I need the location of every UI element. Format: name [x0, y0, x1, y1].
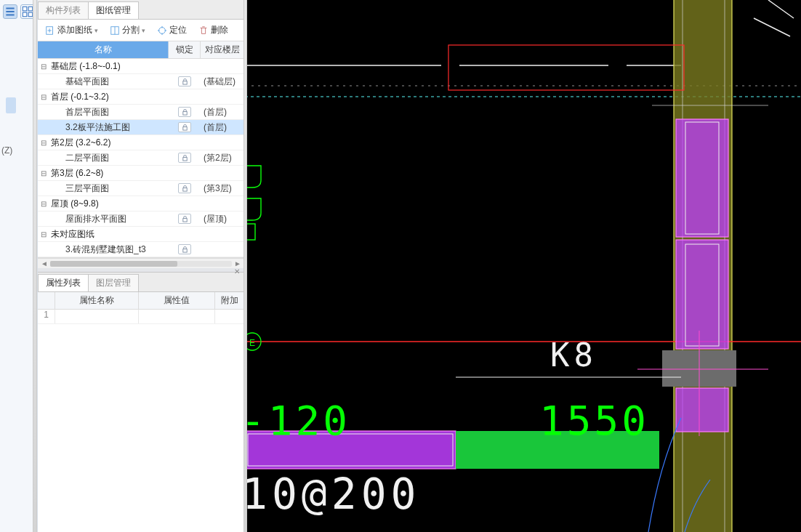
split-label: 分割: [122, 24, 140, 36]
tree-item-label: 3.2板平法施工图: [49, 121, 169, 134]
floor-cell: (第2层): [201, 152, 244, 164]
leftbar-marker: [6, 97, 16, 113]
tree-group[interactable]: ⊟未对应图纸: [38, 227, 244, 242]
tree-group[interactable]: ⊟第2层 (3.2~6.2): [38, 135, 244, 150]
expand-icon[interactable]: ⊟: [38, 139, 49, 147]
scroll-left-icon[interactable]: ◄: [41, 259, 48, 267]
cell-attr-name[interactable]: [55, 310, 139, 323]
dropdown-caret-icon: ▾: [142, 27, 145, 34]
expand-icon[interactable]: ⊟: [38, 230, 49, 238]
col-attr-name: 属性名称: [55, 292, 139, 309]
lock-cell[interactable]: [169, 107, 201, 117]
drawing-tree[interactable]: ⊟基础层 (-1.8~-0.1)基础平面图(基础层)⊟首层 (-0.1~3.2)…: [38, 59, 244, 258]
side-panel: 构件列表 图纸管理 添加图纸 ▾ 分割 ▾ 定位 删除: [38, 0, 245, 532]
lock-cell[interactable]: [169, 122, 201, 132]
tree-item-label: 3.砖混别墅建筑图_t3: [49, 243, 169, 256]
tree-item[interactable]: 3.2板平法施工图(首层): [38, 120, 244, 135]
tree-item[interactable]: 屋面排水平面图(屋顶): [38, 211, 244, 227]
svg-rect-0: [23, 7, 27, 11]
lock-cell[interactable]: [169, 244, 201, 254]
tree-item-label: 屋顶 (8~9.8): [49, 198, 169, 210]
svg-rect-10: [182, 157, 186, 161]
floor-cell: (基础层): [201, 76, 244, 88]
tree-item-label: 三层平面图: [49, 182, 169, 195]
tree-group[interactable]: ⊟第3层 (6.2~8): [38, 166, 244, 181]
lock-icon[interactable]: [178, 214, 191, 224]
tree-item-label: 第3层 (6.2~8): [49, 167, 169, 180]
svg-rect-8: [182, 111, 186, 115]
lock-cell[interactable]: [169, 214, 201, 224]
split-button[interactable]: 分割 ▾: [107, 23, 148, 38]
left-scroll-rail[interactable]: [33, 0, 37, 532]
cad-svg: E: [245, 0, 801, 532]
drawing-tabs: 构件列表 图纸管理: [38, 0, 244, 20]
tree-item-label: 二层平面图: [49, 152, 169, 164]
tab-drawings[interactable]: 图纸管理: [88, 1, 139, 19]
tree-item-label: 基础层 (-1.8~-0.1): [49, 60, 169, 73]
locate-button[interactable]: 定位: [154, 23, 190, 38]
svg-rect-7: [182, 81, 186, 84]
tree-item[interactable]: 二层平面图(第2层): [38, 150, 244, 166]
tree-item-label: 首层平面图: [49, 106, 169, 118]
lock-icon[interactable]: [178, 244, 191, 254]
cad-canvas[interactable]: E: [245, 0, 801, 532]
property-row[interactable]: 1: [38, 310, 244, 324]
delete-label: 删除: [211, 24, 228, 36]
tree-group[interactable]: ⊟屋顶 (8~9.8): [38, 196, 244, 211]
tab-components[interactable]: 构件列表: [38, 1, 89, 19]
lock-icon[interactable]: [178, 122, 191, 132]
svg-rect-2: [23, 12, 27, 17]
lock-cell[interactable]: [169, 183, 201, 193]
svg-rect-34: [676, 388, 728, 432]
tree-group[interactable]: ⊟基础层 (-1.8~-0.1): [38, 59, 244, 74]
tree-item[interactable]: 首层平面图(首层): [38, 105, 244, 120]
h-scrollbar[interactable]: ◄ ►: [38, 258, 244, 268]
svg-rect-3: [28, 12, 33, 17]
lock-cell[interactable]: [169, 76, 201, 86]
tab-layers[interactable]: 图层管理: [88, 274, 139, 291]
scroll-right-icon[interactable]: ►: [234, 259, 241, 267]
floor-cell: (屋顶): [201, 213, 244, 225]
expand-icon[interactable]: ⊟: [38, 93, 49, 101]
floor-cell: (首层): [201, 106, 244, 118]
col-attr-extra: 附加: [215, 292, 244, 309]
tab-attributes[interactable]: 属性列表: [38, 274, 89, 291]
property-header: 属性名称 属性值 附加: [38, 292, 244, 310]
expand-icon[interactable]: ⊟: [38, 200, 49, 208]
tree-item[interactable]: 三层平面图(第3层): [38, 181, 244, 196]
mid-scroll-rail[interactable]: [243, 0, 247, 532]
add-drawing-button[interactable]: 添加图纸 ▾: [42, 23, 101, 38]
tree-item-label: 基础平面图: [49, 76, 169, 88]
lock-icon[interactable]: [178, 76, 191, 86]
property-body[interactable]: 1: [38, 310, 244, 532]
expand-icon[interactable]: ⊟: [38, 63, 49, 70]
view-list-icon[interactable]: [3, 4, 17, 19]
tree-item[interactable]: 基础平面图(基础层): [38, 74, 244, 89]
tree-item[interactable]: 3.砖混别墅建筑图_t3: [38, 242, 244, 257]
cell-index: 1: [38, 310, 55, 323]
lock-icon[interactable]: [178, 107, 191, 117]
tree-item-label: 首层 (-0.1~3.2): [49, 91, 169, 103]
tree-group[interactable]: ⊟首层 (-0.1~3.2): [38, 89, 244, 105]
locate-label: 定位: [169, 24, 187, 36]
delete-button[interactable]: 删除: [196, 23, 231, 38]
cell-attr-value[interactable]: [139, 310, 215, 323]
lock-icon[interactable]: [178, 183, 191, 193]
svg-rect-1: [28, 7, 33, 11]
col-floor: 对应楼层: [201, 41, 244, 58]
svg-rect-13: [182, 249, 186, 252]
dropdown-caret-icon: ▾: [94, 27, 98, 34]
lock-cell[interactable]: [169, 153, 201, 163]
tree-item-label: 屋面排水平面图: [49, 213, 169, 225]
tree-item-label: 第2层 (3.2~6.2): [49, 137, 169, 149]
svg-rect-12: [182, 218, 186, 222]
svg-rect-31: [676, 240, 728, 349]
expand-icon[interactable]: ⊟: [38, 169, 49, 177]
axis-label: (Z): [1, 145, 12, 156]
cell-attr-extra[interactable]: [215, 310, 244, 323]
lock-icon[interactable]: [178, 153, 191, 163]
close-icon[interactable]: ✕: [234, 267, 240, 275]
panel-splitter[interactable]: ✕: [38, 268, 244, 273]
scroll-thumb[interactable]: [50, 261, 177, 267]
scroll-track[interactable]: [50, 261, 232, 267]
